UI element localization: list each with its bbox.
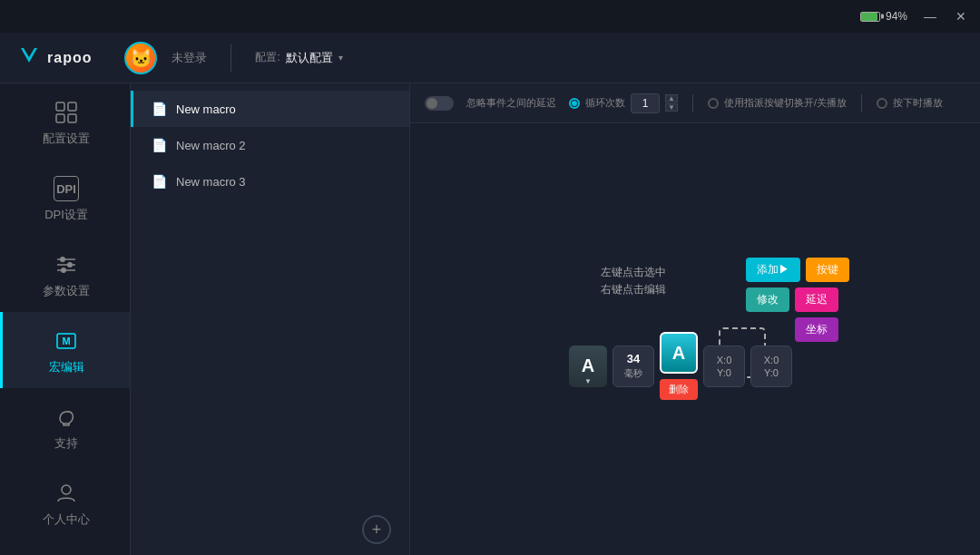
- delay-context-button[interactable]: 延迟: [795, 287, 838, 312]
- battery-percent: 94%: [886, 10, 907, 23]
- profile-icon: [54, 481, 79, 506]
- hint-line1: 左键点击选中: [601, 266, 666, 278]
- toggle-radio-group: 使用指派按键切换开/关播放: [708, 96, 847, 110]
- context-popup: 添加▶ 按键 修改 延迟 坐标: [746, 258, 849, 342]
- macro-item-3[interactable]: 📄 New macro 3: [131, 163, 409, 200]
- svg-point-5: [60, 257, 65, 262]
- loop-spinners: ▲ ▼: [665, 94, 678, 112]
- sidebar-item-macro[interactable]: M 宏编辑: [0, 312, 130, 388]
- editor-canvas: 左键点击选中 右键点击编辑 添加▶ 按键 修改 延迟 坐标: [410, 123, 980, 555]
- ignore-delay-label: 忽略事件之间的延迟: [466, 96, 556, 110]
- macro-item-2[interactable]: 📄 New macro 2: [131, 127, 409, 163]
- coord-x-1: X:0: [717, 355, 732, 365]
- sidebar-label-macro: 宏编辑: [49, 359, 84, 375]
- loop-count-input[interactable]: 1: [631, 93, 660, 113]
- logo-rapoo-text: rapoo: [47, 50, 92, 66]
- avatar-emoji: 🐱: [130, 47, 152, 69]
- sidebar-label-params: 参数设置: [43, 283, 90, 299]
- config-area[interactable]: 配置: 默认配置 ▾: [255, 50, 342, 66]
- config-name: 默认配置: [286, 50, 333, 66]
- sidebar-label-support: 支持: [54, 435, 78, 452]
- user-status: 未登录: [172, 50, 207, 66]
- sidebar-item-support[interactable]: 支持: [0, 388, 130, 464]
- macro-name-1: New macro: [176, 102, 236, 116]
- spin-down[interactable]: ▼: [665, 103, 678, 112]
- file-icon-1: 📄: [152, 102, 167, 116]
- coord-y-1: Y:0: [717, 367, 731, 378]
- nodes-row: A ▼ 34 毫秒 A 删除: [569, 332, 792, 400]
- config-label: 配置:: [255, 50, 279, 65]
- macro-list: 📄 New macro 📄 New macro 2 📄 New macro 3: [131, 83, 409, 504]
- node-key-2[interactable]: A 删除: [660, 332, 698, 400]
- svg-rect-3: [68, 114, 76, 122]
- logo-area: rapoo: [18, 44, 92, 72]
- canvas-hint-area: 左键点击选中 右键点击编辑: [601, 264, 666, 306]
- coord-node-2: X:0 Y:0: [750, 346, 792, 387]
- sidebar-label-profile: 个人中心: [43, 511, 90, 528]
- key-label-2: A: [672, 343, 685, 364]
- spin-up[interactable]: ▲: [665, 94, 678, 102]
- key-arrow-1: ▼: [584, 377, 592, 385]
- main-layout: 配置设置 DPI DPI设置 参数设置: [0, 83, 980, 555]
- svg-text:M: M: [62, 336, 70, 346]
- battery-info: 94%: [860, 10, 907, 23]
- toggle-radio-dot[interactable]: [708, 98, 719, 109]
- toolbar-divider-1: [692, 94, 693, 112]
- file-icon-2: 📄: [152, 138, 167, 152]
- battery-fill: [861, 13, 877, 21]
- toggle-knob: [426, 98, 437, 109]
- ignore-delay-toggle[interactable]: [425, 96, 454, 111]
- minimize-button[interactable]: —: [922, 9, 938, 24]
- dpi-icon: DPI: [54, 176, 79, 201]
- add-context-button[interactable]: 添加▶: [746, 258, 800, 282]
- user-avatar[interactable]: 🐱: [124, 42, 157, 74]
- chevron-down-icon[interactable]: ▾: [338, 53, 343, 63]
- node-key-1[interactable]: A ▼: [569, 346, 607, 387]
- svg-point-9: [61, 268, 66, 273]
- delay-value: 34: [627, 352, 640, 365]
- delay-node: 34 毫秒: [612, 346, 654, 387]
- macro-name-3: New macro 3: [176, 175, 246, 189]
- file-icon-3: 📄: [152, 174, 167, 189]
- key-context-button[interactable]: 按键: [806, 258, 849, 282]
- delay-unit: 毫秒: [624, 367, 642, 380]
- params-icon: [54, 252, 79, 278]
- key-label-1: A: [582, 355, 594, 376]
- toggle-label: 使用指派按键切换开/关播放: [724, 96, 847, 110]
- sidebar-label-config: 配置设置: [43, 131, 90, 147]
- coord-x-2: X:0: [764, 355, 779, 365]
- key-node-2: A: [660, 332, 698, 374]
- sidebar-item-profile[interactable]: 个人中心: [0, 464, 130, 540]
- sidebar-item-params[interactable]: 参数设置: [0, 236, 130, 312]
- macro-item-1[interactable]: 📄 New macro: [131, 91, 409, 127]
- canvas-hint: 左键点击选中 右键点击编辑: [601, 264, 666, 298]
- config-icon: [54, 100, 79, 125]
- delete-node-button[interactable]: 删除: [660, 379, 698, 400]
- node-delay[interactable]: 34 毫秒: [612, 346, 654, 387]
- node-coord-1[interactable]: X:0 Y:0: [703, 346, 745, 387]
- expand-icon[interactable]: ≡>: [55, 551, 74, 555]
- sidebar-item-config[interactable]: 配置设置: [0, 83, 130, 160]
- sidebar: 配置设置 DPI DPI设置 参数设置: [0, 83, 131, 555]
- close-button[interactable]: ✕: [953, 9, 969, 24]
- node-coord-2[interactable]: X:0 Y:0: [750, 346, 792, 387]
- loop-radio-group: 循环次数 1 ▲ ▼: [569, 93, 678, 113]
- editor-panel: 忽略事件之间的延迟 循环次数 1 ▲ ▼ 使用指派按键切换开/关播放 按下时播放: [410, 83, 980, 555]
- sidebar-bottom: ≡>: [0, 540, 130, 555]
- modify-context-button[interactable]: 修改: [746, 287, 789, 312]
- loop-radio-dot[interactable]: [569, 98, 580, 109]
- coord-context-button[interactable]: 坐标: [795, 317, 838, 342]
- loop-label: 循环次数: [585, 96, 625, 110]
- macro-list-panel: 📄 New macro 📄 New macro 2 📄 New macro 3 …: [131, 83, 410, 555]
- sidebar-item-dpi[interactable]: DPI DPI设置: [0, 160, 130, 236]
- key-node-1: A ▼: [569, 346, 607, 387]
- support-icon: [54, 404, 79, 430]
- coord-y-2: Y:0: [764, 367, 779, 378]
- hold-radio-dot[interactable]: [877, 98, 887, 109]
- title-bar: 94% — ✕: [0, 0, 980, 33]
- macro-icon: M: [54, 328, 79, 354]
- sidebar-label-dpi: DPI设置: [44, 207, 88, 223]
- macro-add-area: +: [131, 504, 409, 555]
- add-macro-button[interactable]: +: [362, 515, 391, 544]
- toolbar-divider-2: [861, 94, 862, 112]
